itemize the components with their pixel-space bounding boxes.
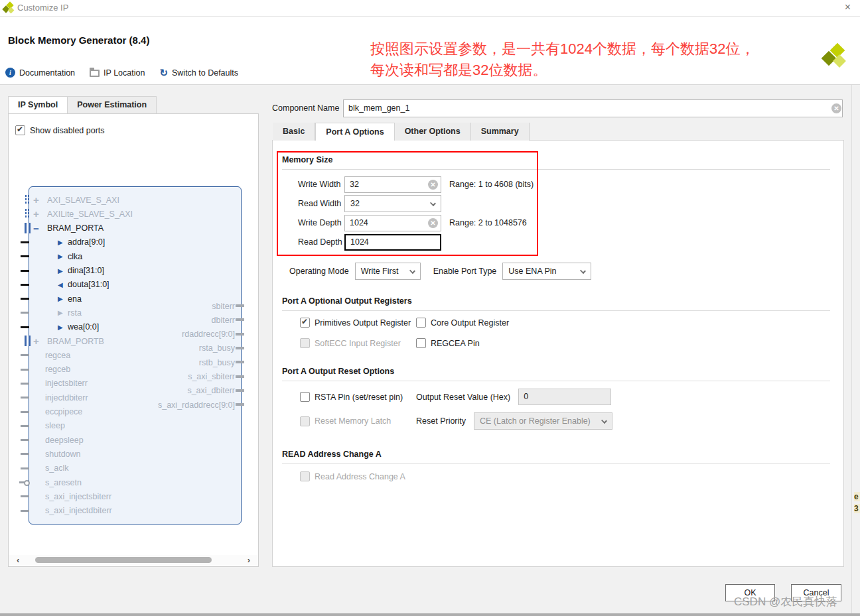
customize-ip-dialog: Customize IP × Block Memory Generator (8… <box>0 0 860 616</box>
port-s-aclk: s_aclk <box>29 462 241 475</box>
tab-other-options[interactable]: Other Options <box>395 123 471 141</box>
tab-basic[interactable]: Basic <box>273 123 315 141</box>
window-bottom-edge <box>0 613 860 616</box>
scroll-left-icon[interactable]: ‹ <box>17 555 19 565</box>
window-titlebar: Customize IP × <box>0 0 860 17</box>
port-sleep: sleep <box>29 419 241 433</box>
port-s-axi-rdaddrecc-9-0: s_axi_rdaddrecc[9:0] <box>158 398 235 412</box>
port-pin <box>21 495 29 497</box>
port-s-axi-dbiterr: s_axi_dbiterr <box>187 384 235 398</box>
input-arrow-icon: ▶ <box>58 239 63 246</box>
rsta-pin-checkbox[interactable] <box>300 392 310 402</box>
ok-button[interactable]: OK <box>725 584 775 601</box>
operating-mode-select[interactable]: Write First <box>355 263 421 280</box>
refresh-icon: ↻ <box>159 68 168 78</box>
switch-to-defaults-link[interactable]: ↻ Switch to Defaults <box>159 68 238 78</box>
show-disabled-ports-checkbox[interactable] <box>15 125 25 135</box>
tab-ip-symbol[interactable]: IP Symbol <box>8 96 68 114</box>
clear-icon[interactable]: ✕ <box>428 218 438 228</box>
port-label: dina[31:0] <box>68 266 104 275</box>
port-label: eccpipece <box>45 407 82 416</box>
read-address-change-cell: Read Address Change A <box>300 471 405 481</box>
port-pin <box>21 284 29 286</box>
port-pin <box>21 326 29 328</box>
primitives-output-register-row: Primitives Output Register <box>300 318 416 328</box>
port-pin <box>21 298 29 300</box>
header-links: i Documentation IP Location ↻ Switch to … <box>5 68 238 78</box>
write-width-input[interactable]: 32✕ <box>344 176 441 193</box>
show-disabled-ports-label: Show disabled ports <box>30 126 105 135</box>
port-label: sleep <box>45 421 65 430</box>
port-label: s_axi_sbiterr <box>188 372 235 381</box>
xilinx-logo-large <box>824 45 847 70</box>
port-pin <box>236 389 244 392</box>
port-label: injectdbiterr <box>45 393 88 402</box>
scrollbar-thumb[interactable] <box>35 557 212 563</box>
tab-port-a-options[interactable]: Port A Options <box>315 123 394 141</box>
primitives-output-register-checkbox[interactable] <box>300 318 310 328</box>
port-label: s_axi_injectsbiterr <box>45 492 111 501</box>
port-douta-31-0: ◀douta[31:0] <box>29 278 241 292</box>
expand-icon[interactable]: + <box>33 209 39 219</box>
expand-icon[interactable]: + <box>33 195 39 205</box>
input-arrow-icon: ▶ <box>58 267 63 275</box>
port-sbiterr: sbiterr <box>212 299 235 313</box>
ip-location-link[interactable]: IP Location <box>90 68 145 78</box>
write-depth-input[interactable]: 1024✕ <box>344 215 441 231</box>
port-label: s_axi_injectdbiterr <box>45 506 112 515</box>
enable-port-type-label: Enable Port Type <box>433 267 497 276</box>
port-label: AXI_SLAVE_S_AXI <box>47 196 119 205</box>
documentation-label: Documentation <box>19 68 75 78</box>
chevron-down-icon <box>580 268 586 274</box>
scroll-right-icon[interactable]: › <box>248 555 250 565</box>
component-name-input[interactable]: blk_mem_gen_1 <box>343 99 843 117</box>
tab-summary[interactable]: Summary <box>471 123 530 141</box>
port-pin <box>21 411 29 413</box>
port-label: rstb_busy <box>199 358 235 367</box>
read-address-change-label: Read Address Change A <box>315 472 405 481</box>
port-label: injectsbiterr <box>45 379 88 388</box>
clear-icon[interactable]: ✕ <box>428 180 438 190</box>
read-address-change-checkbox <box>300 471 310 481</box>
tab-power-estimation[interactable]: Power Estimation <box>68 96 157 114</box>
port-pin <box>21 510 29 512</box>
clear-icon[interactable]: ✕ <box>831 103 841 113</box>
port-pin <box>236 403 244 406</box>
xilinx-logo-icon <box>3 3 14 14</box>
write-depth-range: Range: 2 to 1048576 <box>449 218 527 227</box>
chevron-down-icon <box>409 268 415 274</box>
annotation-text: 按照图示设置参数，是一共有1024个数据，每个数据32位， 每次读和写都是32位… <box>370 38 768 81</box>
read-address-change-row: Read Address Change A <box>300 471 830 481</box>
ip-symbol-panel: Show disabled ports +AXI_SLAVE_S_AXI+AXI… <box>8 113 259 567</box>
port-label: BRAM_PORTA <box>47 223 104 233</box>
port-pin <box>21 439 29 441</box>
rsta-pin-cell: RSTA Pin (set/reset pin) <box>300 392 416 402</box>
options-tab-bar: BasicPort A OptionsOther OptionsSummary <box>273 123 530 141</box>
write-width-row: Write Width 32✕ Range: 1 to 4608 (bits) <box>298 176 830 193</box>
collapse-icon[interactable]: − <box>33 223 39 233</box>
port-label: rsta_busy <box>199 343 235 353</box>
close-icon[interactable]: × <box>845 1 851 13</box>
port-s-axi-injectdbiterr: s_axi_injectdbiterr <box>29 504 241 518</box>
switch-to-defaults-label: Switch to Defaults <box>172 68 238 78</box>
reset-priority-select: CE (Latch or Register Enable) <box>474 412 612 430</box>
memory-size-header: Memory Size <box>282 155 830 170</box>
read-depth-row: Read Depth 1024 <box>298 233 830 251</box>
enable-port-type-select[interactable]: Use ENA Pin <box>502 263 591 280</box>
regcea-pin-checkbox[interactable] <box>416 338 426 348</box>
expand-icon[interactable]: + <box>33 336 39 346</box>
write-depth-row: Write Depth 1024✕ Range: 2 to 1048576 <box>298 214 830 231</box>
documentation-link[interactable]: i Documentation <box>5 68 75 78</box>
port-pin <box>21 255 29 257</box>
left-tab-bar: IP SymbolPower Estimation <box>8 96 157 114</box>
core-output-register-checkbox[interactable] <box>416 318 426 328</box>
port-pin <box>236 347 244 349</box>
interface-dots-icon <box>25 208 30 217</box>
annotation-line-1: 按照图示设置参数，是一共有1024个数据，每个数据32位， <box>370 38 768 60</box>
interface-bars-icon <box>25 223 31 233</box>
horizontal-scrollbar[interactable]: ‹ › <box>9 555 258 565</box>
cancel-button[interactable]: Cancel <box>791 584 841 601</box>
read-depth-input[interactable]: 1024 <box>344 234 441 251</box>
interface-dots-icon <box>25 194 30 204</box>
read-width-select[interactable]: 32 <box>344 195 441 212</box>
